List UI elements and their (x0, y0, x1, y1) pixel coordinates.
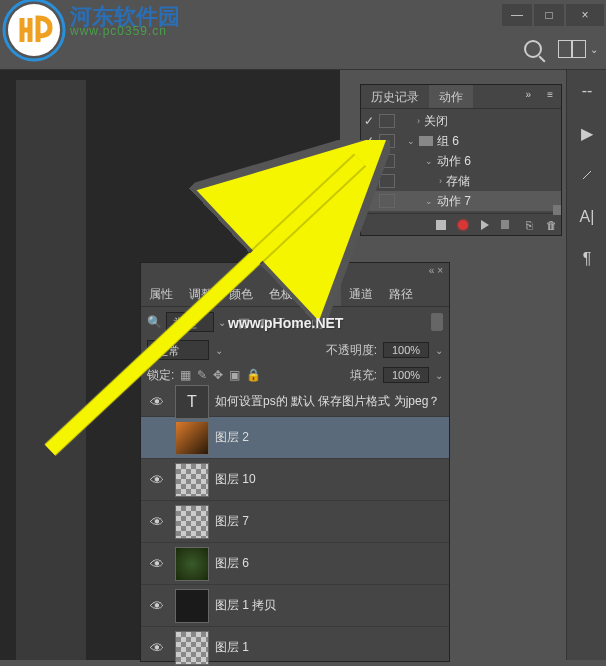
character-icon[interactable]: A| (567, 196, 606, 238)
chevron-down-icon[interactable]: ⌄ (435, 345, 443, 356)
lock-position-icon[interactable]: ✥ (213, 368, 223, 382)
collapse-icon[interactable]: -- (567, 70, 606, 112)
visibility-icon[interactable]: 👁 (145, 472, 169, 488)
record-button[interactable] (457, 219, 469, 231)
visibility-icon[interactable]: 👁 (145, 556, 169, 572)
action-label: 存储 (446, 173, 470, 190)
chevron-down-icon[interactable]: ⌄ (435, 370, 443, 381)
tab-swatch[interactable]: 色板 (261, 281, 301, 306)
stop-button[interactable] (435, 219, 447, 231)
brush-icon[interactable]: ⟋ (567, 154, 606, 196)
expand-arrow-icon[interactable]: › (417, 116, 420, 126)
minimize-button[interactable]: — (502, 4, 532, 26)
layer-row[interactable]: 👁 图层 1 (141, 627, 449, 666)
opacity-input[interactable]: 100% (383, 342, 429, 358)
new-action-button[interactable]: ⎘ (523, 219, 535, 231)
layer-row[interactable]: 👁 T 如何设置ps的 默认 保存图片格式 为jpeg？ (141, 387, 449, 417)
window-controls: — □ × (500, 4, 604, 26)
dialog-toggle[interactable] (379, 174, 395, 188)
filter-pixel-icon[interactable]: ▦ (238, 315, 250, 330)
layer-list: 👁 T 如何设置ps的 默认 保存图片格式 为jpeg？ 图层 2 👁 图层 1… (141, 387, 449, 666)
right-toolbar: -- ▶ ⟋ A| ¶ (566, 70, 606, 660)
paragraph-icon[interactable]: ¶ (567, 238, 606, 280)
layers-panel-tabs: 属性 调整 颜色 色板 图层 通道 路径 (141, 281, 449, 307)
maximize-button[interactable]: □ (534, 4, 564, 26)
visibility-icon[interactable]: 👁 (145, 640, 169, 656)
app-url: www.pc0359.cn (70, 24, 167, 38)
filter-smart-icon[interactable]: ◫ (311, 315, 323, 330)
filter-toggle[interactable] (431, 313, 443, 331)
filter-type-icon[interactable]: T (277, 315, 285, 330)
tab-adjust[interactable]: 调整 (181, 281, 221, 306)
dialog-toggle[interactable] (379, 194, 395, 208)
tab-properties[interactable]: 属性 (141, 281, 181, 306)
layers-panel-header: « × (141, 263, 449, 281)
tab-layers[interactable]: 图层 (301, 281, 341, 306)
tab-color[interactable]: 颜色 (221, 281, 261, 306)
action-item[interactable]: ✓ › 存储 (361, 171, 561, 191)
filter-icons: ▦ ◐ T ▱ ◫ (238, 315, 323, 330)
tab-history[interactable]: 历史记录 (361, 85, 429, 108)
layer-row[interactable]: 👁 图层 1 拷贝 (141, 585, 449, 627)
panel-expand-button[interactable]: » (518, 85, 540, 108)
layer-name: 如何设置ps的 默认 保存图片格式 为jpeg？ (215, 393, 440, 410)
filter-shape-icon[interactable]: ▱ (293, 315, 303, 330)
layer-name: 图层 6 (215, 555, 249, 572)
tab-channels[interactable]: 通道 (341, 281, 381, 306)
action-item[interactable]: ⌄ 动作 7 (361, 191, 561, 211)
expand-arrow-icon[interactable]: ⌄ (425, 196, 433, 206)
layer-name: 图层 10 (215, 471, 256, 488)
actions-panel: 历史记录 动作 » ≡ ✓ › 关闭 ✓ ⌄ 组 6 ✓ ⌄ 动作 6 (360, 84, 562, 236)
chevron-down-icon: ⌄ (218, 317, 226, 328)
dialog-toggle[interactable] (379, 154, 395, 168)
check-icon[interactable]: ✓ (361, 134, 377, 148)
layer-row[interactable]: 👁 图层 10 (141, 459, 449, 501)
visibility-icon[interactable]: 👁 (145, 514, 169, 530)
workspace-switcher[interactable]: ⌄ (558, 40, 598, 58)
panel-collapse-icon[interactable]: « × (429, 265, 443, 279)
action-item[interactable]: ✓ › 关闭 (361, 111, 561, 131)
lock-image-icon[interactable]: ✎ (197, 368, 207, 382)
folder-icon (419, 136, 433, 146)
layer-thumbnail (175, 463, 209, 497)
layer-thumbnail (175, 547, 209, 581)
play-button[interactable] (479, 219, 491, 231)
check-icon[interactable]: ✓ (361, 174, 377, 188)
visibility-icon[interactable]: 👁 (145, 394, 169, 410)
layer-name: 图层 7 (215, 513, 249, 530)
play-icon[interactable]: ▶ (567, 112, 606, 154)
close-button[interactable]: × (566, 4, 604, 26)
action-item[interactable]: ✓ ⌄ 组 6 (361, 131, 561, 151)
lock-row: 锁定: ▦ ✎ ✥ ▣ 🔒 填充: 100% ⌄ (141, 363, 449, 387)
action-label: 动作 6 (437, 153, 471, 170)
layer-row[interactable]: 图层 2 (141, 417, 449, 459)
lock-transparency-icon[interactable]: ▦ (180, 368, 191, 382)
action-label: 动作 7 (437, 193, 471, 210)
action-item[interactable]: ✓ ⌄ 动作 6 (361, 151, 561, 171)
check-icon[interactable]: ✓ (361, 114, 377, 128)
dialog-toggle[interactable] (379, 114, 395, 128)
panel-menu-icon[interactable]: ≡ (539, 85, 561, 108)
layer-row[interactable]: 👁 图层 7 (141, 501, 449, 543)
blend-mode-select[interactable]: 正常 (147, 340, 209, 360)
filter-type-select[interactable]: 类型 (166, 312, 214, 332)
scrollbar-thumb[interactable] (553, 205, 561, 215)
dialog-toggle[interactable] (379, 134, 395, 148)
expand-arrow-icon[interactable]: ⌄ (425, 156, 433, 166)
layer-row[interactable]: 👁 图层 6 (141, 543, 449, 585)
check-icon[interactable]: ✓ (361, 154, 377, 168)
lock-artboard-icon[interactable]: ▣ (229, 368, 240, 382)
tab-actions[interactable]: 动作 (429, 85, 473, 108)
expand-arrow-icon[interactable]: ⌄ (407, 136, 415, 146)
visibility-icon[interactable]: 👁 (145, 598, 169, 614)
lock-all-icon[interactable]: 🔒 (246, 368, 261, 382)
filter-adjust-icon[interactable]: ◐ (258, 315, 269, 330)
new-set-button[interactable] (501, 219, 513, 231)
delete-button[interactable]: 🗑 (545, 219, 557, 231)
actions-panel-tabs: 历史记录 动作 » ≡ (361, 85, 561, 109)
tab-paths[interactable]: 路径 (381, 281, 421, 306)
layers-panel: « × 属性 调整 颜色 色板 图层 通道 路径 🔍 类型 ⌄ ▦ ◐ T ▱ … (140, 262, 450, 662)
search-icon[interactable] (524, 40, 542, 58)
expand-arrow-icon[interactable]: › (439, 176, 442, 186)
fill-input[interactable]: 100% (383, 367, 429, 383)
